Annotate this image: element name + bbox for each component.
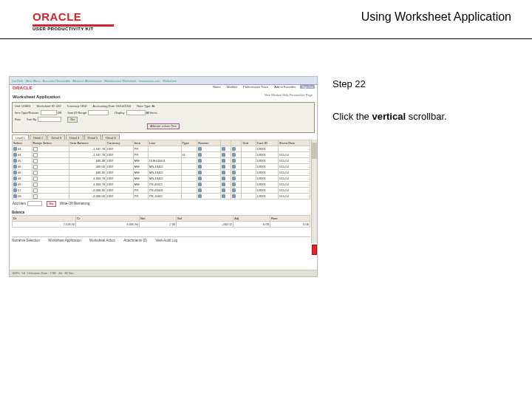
lookup-icon[interactable] (222, 171, 225, 174)
cell-check[interactable] (32, 188, 69, 194)
table-row[interactable]: 43 -1,937.78 USD PR 41 US001 015-54 (13, 152, 310, 158)
cell-check[interactable] (32, 146, 69, 152)
add-go-button[interactable]: Go (47, 201, 56, 207)
h-item[interactable]: Item (133, 140, 148, 146)
lookup-icon[interactable] (232, 171, 236, 174)
table-row[interactable]: 43 -1,937.78 USD PR US001 (13, 146, 310, 152)
checkbox-icon[interactable] (33, 153, 38, 157)
checkbox-icon[interactable] (33, 165, 38, 169)
cell-reason[interactable] (197, 164, 220, 170)
cell-reason[interactable] (197, 146, 220, 152)
lookup-icon[interactable] (222, 194, 225, 198)
cell-reason[interactable] (197, 152, 220, 158)
cell-a[interactable] (220, 152, 231, 158)
cell-check[interactable] (32, 170, 69, 176)
h-date[interactable]: Event Date (279, 140, 310, 146)
table-row[interactable]: 45 600.38 USD MM DUE443441 US001 015-54 (13, 158, 310, 164)
checkbox-icon[interactable] (33, 183, 38, 187)
cell-a[interactable] (220, 176, 231, 182)
cell-check[interactable] (32, 176, 69, 182)
cell-check[interactable] (32, 182, 69, 188)
cell-a[interactable] (220, 158, 231, 164)
lookup-icon[interactable] (232, 194, 236, 198)
sort-select[interactable] (38, 117, 61, 122)
lookup-icon[interactable] (198, 183, 202, 186)
h-bu[interactable]: Unit (242, 140, 256, 146)
foot-b[interactable]: Worksheet Application (48, 239, 81, 242)
checkbox-icon[interactable] (33, 194, 38, 199)
lookup-icon[interactable] (198, 165, 202, 168)
lookup-icon[interactable] (222, 177, 225, 180)
table-row[interactable]: 57 -3,000.39 USD PR PR-43403 US001 015-5… (13, 188, 310, 194)
scrollbar-hotspot[interactable] (312, 245, 317, 255)
dsp-select[interactable] (126, 110, 146, 115)
lookup-icon[interactable] (232, 147, 236, 151)
lookup-icon[interactable] (222, 147, 225, 151)
cell-a[interactable] (220, 194, 231, 200)
scrollbar-thumb[interactable] (312, 143, 317, 159)
lookup-icon[interactable] (198, 153, 202, 157)
lookup-icon[interactable] (232, 188, 236, 192)
lookup-icon[interactable] (232, 177, 236, 180)
h-sel[interactable]: Select (13, 140, 33, 146)
cell-a[interactable] (220, 170, 231, 176)
table-row[interactable]: 46 600.39 USD MM MN-13402 US001 015-54 (13, 170, 310, 176)
cell-b[interactable] (231, 152, 242, 158)
allocate-button[interactable]: Allocate values One (147, 123, 180, 129)
lookup-icon[interactable] (198, 188, 202, 192)
itype-input[interactable] (41, 110, 57, 115)
table-row[interactable]: 58 -3,000.00 USD PR PR-13402 US001 015-5… (13, 194, 310, 200)
foot-a[interactable]: Narrative Selection (12, 239, 40, 242)
lookup-icon[interactable] (232, 153, 236, 157)
table-row[interactable]: 49 4,003.78 USD MM PR-43422 US001 015-54 (13, 182, 310, 188)
writeoff-link[interactable]: Write-Off Remaining (60, 202, 90, 205)
cell-reason[interactable] (197, 158, 220, 164)
cell-b[interactable] (231, 182, 242, 188)
checkbox-icon[interactable] (33, 171, 38, 175)
cell-check[interactable] (32, 194, 69, 200)
tab-fav[interactable]: Add to Favorites (273, 85, 297, 89)
cell-check[interactable] (32, 152, 69, 158)
cell-a[interactable] (220, 182, 231, 188)
checkbox-icon[interactable] (33, 177, 38, 181)
lookup-icon[interactable] (198, 147, 202, 151)
cell-b[interactable] (231, 170, 242, 176)
cell-b[interactable] (231, 158, 242, 164)
checkbox-icon[interactable] (33, 159, 38, 163)
vertical-scrollbar[interactable] (311, 140, 317, 243)
lookup-icon[interactable] (222, 188, 225, 192)
cell-reason[interactable] (197, 188, 220, 194)
cell-b[interactable] (231, 188, 242, 194)
foot-d[interactable]: Attachments (0) (123, 239, 147, 242)
cell-b[interactable] (231, 146, 242, 152)
h-bal[interactable]: Item Balance (69, 140, 106, 146)
cell-check[interactable] (32, 164, 69, 170)
lookup-icon[interactable] (198, 177, 202, 180)
foot-e[interactable]: View Audit Log (155, 239, 177, 242)
table-row[interactable]: 48 4,003.78 USD MM MN-13402 US001 015-54 (13, 176, 310, 182)
h-line[interactable]: Line (149, 140, 182, 146)
cell-a[interactable] (220, 146, 231, 152)
lookup-icon[interactable] (222, 153, 225, 157)
lookup-icon[interactable] (232, 183, 236, 186)
cell-b[interactable] (231, 194, 242, 200)
cell-b[interactable] (231, 176, 242, 182)
cell-a[interactable] (220, 164, 231, 170)
tab-home[interactable]: Home (211, 85, 222, 89)
table-row[interactable]: 46 400.00 USD MM MN-13402 US001 015-54 (13, 164, 310, 170)
h-cur[interactable]: Currency (106, 140, 133, 146)
h-cust[interactable]: Cust ID (256, 140, 279, 146)
cell-b[interactable] (231, 164, 242, 170)
h-type[interactable]: Type (181, 140, 197, 146)
cell-reason[interactable] (197, 182, 220, 188)
lookup-icon[interactable] (232, 165, 236, 168)
h-reason[interactable]: Reason (197, 140, 220, 146)
lookup-icon[interactable] (198, 159, 202, 163)
cell-a[interactable] (220, 188, 231, 194)
foot-c[interactable]: Worksheet Action (89, 239, 115, 242)
lookup-icon[interactable] (198, 194, 202, 198)
cell-check[interactable] (32, 158, 69, 164)
tab-perf[interactable]: Performance Trace (242, 85, 270, 89)
cell-reason[interactable] (197, 170, 220, 176)
checkbox-icon[interactable] (33, 147, 38, 151)
